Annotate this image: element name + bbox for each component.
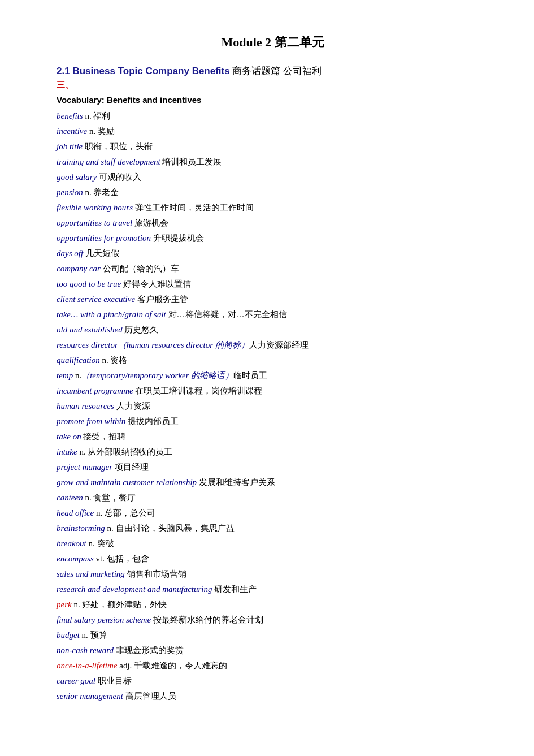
vocab-item: opportunities to travel 旅游机会 xyxy=(57,216,489,230)
vocab-item: career goal 职业目标 xyxy=(57,674,489,688)
vocab-item: senior management 高层管理人员 xyxy=(57,689,489,703)
vocab-item: canteen n. 食堂，餐厅 xyxy=(57,491,489,504)
vocab-item: old and established 历史悠久 xyxy=(57,323,489,336)
vocab-item: company car 公司配（给的汽）车 xyxy=(57,262,489,275)
vocab-item: days off 几天短假 xyxy=(57,247,489,260)
section-heading-zh: 商务话题篇 公司福利 xyxy=(232,66,321,76)
vocab-item: client service executive 客户服务主管 xyxy=(57,292,489,306)
vocab-item: grow and maintain customer relationship … xyxy=(57,476,489,489)
vocab-item: once-in-a-lifetime adj. 千载难逢的，令人难忘的 xyxy=(57,659,489,672)
vocab-item: non-cash reward 非现金形式的奖赏 xyxy=(57,643,489,657)
vocab-item: encompass vt. 包括，包含 xyxy=(57,552,489,565)
vocab-item: breakout n. 突破 xyxy=(57,537,489,550)
vocab-item: resources director（human resources direc… xyxy=(57,338,489,352)
vocab-item: budget n. 预算 xyxy=(57,628,489,642)
vocab-item: research and development and manufacturi… xyxy=(57,582,489,596)
page-title: Module 2 第二单元 xyxy=(57,34,489,51)
vocab-item: good salary 可观的收入 xyxy=(57,170,489,184)
vocab-item: incentive n. 奖励 xyxy=(57,124,489,138)
vocab-item: temp n.（temporary/temporary worker 的缩略语）… xyxy=(57,369,489,382)
vocab-item: take… with a pinch/grain of salt 对…将信将疑，… xyxy=(57,308,489,321)
vocab-item: promote from within 提拔内部员工 xyxy=(57,414,489,428)
section-header: 2.1 Business Topic Company Benefits 商务话题… xyxy=(57,64,489,105)
vocab-item: intake n. 从外部吸纳招收的员工 xyxy=(57,445,489,459)
vocab-item: perk n. 好处，额外津贴，外快 xyxy=(57,598,489,611)
sub-heading: 三、 xyxy=(57,80,489,90)
vocab-item: training and staff development 培训和员工发展 xyxy=(57,155,489,169)
vocab-item: flexible working hours 弹性工作时间，灵活的工作时间 xyxy=(57,201,489,214)
vocab-item: sales and marketing 销售和市场营销 xyxy=(57,567,489,581)
vocab-item: incumbent programme 在职员工培训课程，岗位培训课程 xyxy=(57,384,489,398)
section-heading-en: 2.1 Business Topic Company Benefits xyxy=(57,66,230,76)
vocab-item: pension n. 养老金 xyxy=(57,185,489,199)
vocab-item: human resources 人力资源 xyxy=(57,399,489,413)
vocab-item: benefits n. 福利 xyxy=(57,109,489,123)
vocab-item: job title 职衔，职位，头衔 xyxy=(57,140,489,153)
vocab-list: benefits n. 福利incentive n. 奖励job title 职… xyxy=(57,109,489,703)
vocab-item: project manager 项目经理 xyxy=(57,460,489,474)
vocab-item: take on 接受，招聘 xyxy=(57,430,489,443)
vocab-heading: Vocabulary: Benefits and incentives xyxy=(57,95,489,105)
vocab-item: brainstorming n. 自由讨论，头脑风暴，集思广益 xyxy=(57,521,489,535)
vocab-item: head office n. 总部，总公司 xyxy=(57,506,489,520)
vocab-item: qualification n. 资格 xyxy=(57,353,489,367)
vocab-item: opportunities for promotion 升职提拔机会 xyxy=(57,231,489,245)
vocab-item: final salary pension scheme 按最终薪水给付的养老金计… xyxy=(57,613,489,627)
vocab-item: too good to be true 好得令人难以置信 xyxy=(57,277,489,291)
